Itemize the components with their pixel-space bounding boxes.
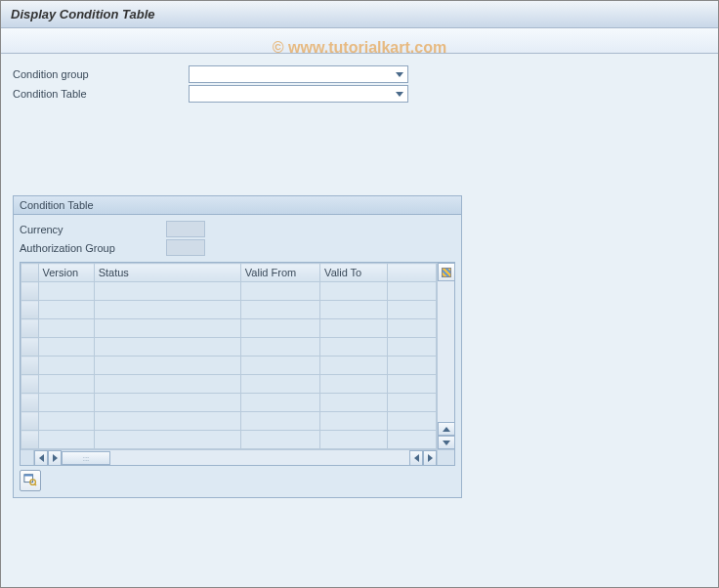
cell-version[interactable] xyxy=(38,394,94,412)
overview-button[interactable] xyxy=(20,470,41,491)
cell-extra[interactable] xyxy=(387,282,436,301)
col-extra xyxy=(387,264,436,282)
svg-line-3 xyxy=(34,483,36,485)
select-all-header[interactable] xyxy=(21,264,39,282)
cell-valid-from[interactable] xyxy=(240,338,319,357)
cell-valid-from[interactable] xyxy=(240,431,319,449)
scroll-left-button-2[interactable] xyxy=(409,450,423,466)
cell-valid-to[interactable] xyxy=(320,375,388,394)
cell-version[interactable] xyxy=(38,282,94,301)
hscroll-track[interactable] xyxy=(110,450,409,465)
cell-valid-to[interactable] xyxy=(320,319,388,338)
cell-extra[interactable] xyxy=(387,412,436,431)
row-selector[interactable] xyxy=(21,338,39,357)
currency-label: Currency xyxy=(20,222,166,237)
cell-valid-to[interactable] xyxy=(320,282,388,301)
row-selector[interactable] xyxy=(21,375,39,394)
col-version[interactable]: Version xyxy=(38,264,94,282)
row-selector[interactable] xyxy=(21,319,39,338)
scroll-up-button[interactable] xyxy=(438,422,455,436)
condition-table-grid[interactable]: Version Status Valid From Valid To xyxy=(21,263,437,449)
horizontal-scrollbar[interactable]: ::: xyxy=(21,449,454,465)
cell-valid-to[interactable] xyxy=(320,431,388,449)
cell-version[interactable] xyxy=(38,301,94,319)
cell-status[interactable] xyxy=(94,431,240,449)
cell-status[interactable] xyxy=(94,412,240,431)
main-area: Condition group Condition Table Conditio… xyxy=(1,54,718,588)
cell-extra[interactable] xyxy=(387,319,436,338)
cell-status[interactable] xyxy=(94,357,240,375)
chevron-right-icon xyxy=(53,454,58,462)
cell-valid-from[interactable] xyxy=(240,282,319,301)
condition-table-group: Condition Table Currency Authorization G… xyxy=(13,195,462,498)
cell-extra[interactable] xyxy=(387,357,436,375)
overview-icon xyxy=(23,473,37,488)
cell-status[interactable] xyxy=(94,319,240,338)
condition-group-dropdown[interactable] xyxy=(189,65,408,83)
cell-status[interactable] xyxy=(94,282,240,301)
table-container: Version Status Valid From Valid To xyxy=(20,262,455,466)
cell-valid-to[interactable] xyxy=(320,412,388,431)
row-selector[interactable] xyxy=(21,301,39,319)
table-row[interactable] xyxy=(21,338,437,357)
table-row[interactable] xyxy=(21,412,437,431)
cell-valid-from[interactable] xyxy=(240,375,319,394)
chevron-down-icon xyxy=(443,441,450,445)
scroll-left-button[interactable] xyxy=(34,450,48,466)
scroll-right-button-1[interactable] xyxy=(48,450,62,466)
scroll-right-button-2[interactable] xyxy=(423,450,437,466)
col-valid-from[interactable]: Valid From xyxy=(240,264,319,282)
table-row[interactable] xyxy=(21,394,437,412)
table-row[interactable] xyxy=(21,301,437,319)
cell-valid-from[interactable] xyxy=(240,357,319,375)
cell-extra[interactable] xyxy=(387,394,436,412)
cell-extra[interactable] xyxy=(387,375,436,394)
condition-table-dropdown[interactable] xyxy=(189,85,408,103)
cell-valid-from[interactable] xyxy=(240,319,319,338)
table-config-button[interactable] xyxy=(438,263,455,281)
scroll-down-button[interactable] xyxy=(438,436,455,449)
auth-group-input[interactable] xyxy=(166,239,205,256)
vertical-scrollbar[interactable] xyxy=(437,263,454,449)
cell-version[interactable] xyxy=(38,319,94,338)
col-valid-to[interactable]: Valid To xyxy=(320,264,388,282)
cell-valid-to[interactable] xyxy=(320,394,388,412)
cell-extra[interactable] xyxy=(387,338,436,357)
row-selector[interactable] xyxy=(21,282,39,301)
cell-version[interactable] xyxy=(38,375,94,394)
cell-valid-from[interactable] xyxy=(240,301,319,319)
cell-version[interactable] xyxy=(38,412,94,431)
table-row[interactable] xyxy=(21,319,437,338)
cell-status[interactable] xyxy=(94,394,240,412)
table-row[interactable] xyxy=(21,282,437,301)
cell-version[interactable] xyxy=(38,357,94,375)
cell-version[interactable] xyxy=(38,431,94,449)
currency-input[interactable] xyxy=(166,221,205,237)
cell-valid-to[interactable] xyxy=(320,338,388,357)
cell-valid-to[interactable] xyxy=(320,357,388,375)
cell-valid-to[interactable] xyxy=(320,301,388,319)
cell-status[interactable] xyxy=(94,375,240,394)
cell-status[interactable] xyxy=(94,301,240,319)
row-selector[interactable] xyxy=(21,431,39,449)
col-status[interactable]: Status xyxy=(94,264,240,282)
row-selector[interactable] xyxy=(21,394,39,412)
table-row[interactable] xyxy=(21,357,437,375)
toolbar-strip xyxy=(1,28,718,54)
auth-group-label: Authorization Group xyxy=(20,240,166,256)
chevron-up-icon xyxy=(443,427,450,432)
row-selector[interactable] xyxy=(21,412,39,431)
table-row[interactable] xyxy=(21,375,437,394)
hscroll-thumb[interactable]: ::: xyxy=(62,451,110,465)
vscroll-track[interactable] xyxy=(438,281,454,422)
cell-status[interactable] xyxy=(94,338,240,357)
table-row[interactable] xyxy=(21,431,437,449)
cell-extra[interactable] xyxy=(387,301,436,319)
row-selector[interactable] xyxy=(21,357,39,375)
cell-version[interactable] xyxy=(38,338,94,357)
group-title: Condition Table xyxy=(14,196,461,215)
cell-extra[interactable] xyxy=(387,431,436,449)
svg-rect-1 xyxy=(24,475,33,477)
cell-valid-from[interactable] xyxy=(240,394,319,412)
cell-valid-from[interactable] xyxy=(240,412,319,431)
